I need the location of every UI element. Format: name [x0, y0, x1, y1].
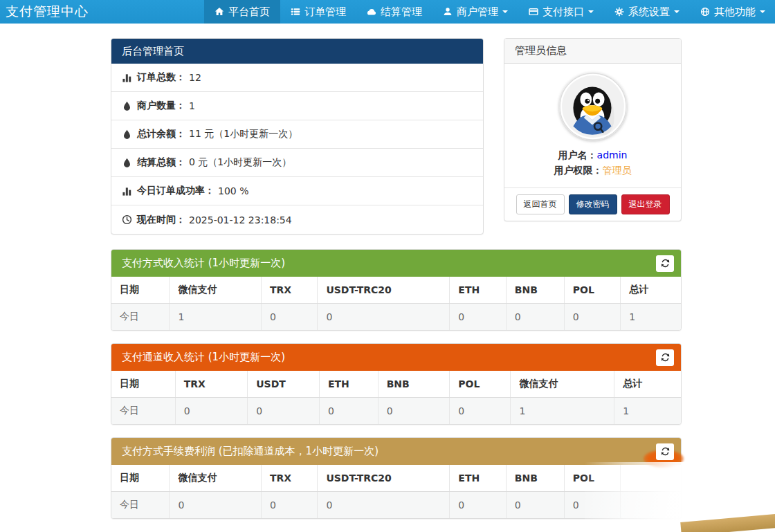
nav-item-label: 结算管理 — [381, 6, 422, 19]
column-header: 微信支付 — [170, 277, 262, 304]
nav-item-settlement[interactable]: 结算管理 — [356, 0, 432, 24]
caret-down-icon — [502, 10, 508, 13]
top-navbar: 支付管理中心 平台首页订单管理结算管理商户管理支付接口系统设置其他功能退出登录 — [0, 0, 775, 24]
gear-icon — [614, 7, 624, 17]
stat-row-today-success-rate: 今日订单成功率：100 % — [111, 177, 483, 205]
refresh-button[interactable] — [656, 443, 674, 460]
nav-item-label: 其他功能 — [714, 6, 756, 19]
table-cell: 0 — [506, 304, 564, 331]
role-line: 用户权限：管理员 — [511, 163, 674, 178]
nav-item-home[interactable]: 平台首页 — [204, 0, 280, 24]
dashboard-panel: 后台管理首页 订单总数：12商户数量：1总计余额：11 元（1小时更新一次）结算… — [111, 38, 484, 235]
stat-row-order-total: 订单总数：12 — [111, 64, 483, 92]
page: 支付管理中心 平台首页订单管理结算管理商户管理支付接口系统设置其他功能退出登录 … — [0, 0, 775, 532]
stat-label: 总计余额： — [137, 128, 185, 140]
column-header: ETH — [450, 465, 506, 492]
nav-item-label: 平台首页 — [228, 6, 270, 19]
column-header: 总计 — [621, 277, 681, 304]
table-cell: 0 — [261, 304, 317, 331]
table-cell: 0 — [170, 492, 262, 519]
column-header: 微信支付 — [511, 371, 614, 398]
column-header: BNB — [506, 465, 564, 492]
column-header: ETH — [450, 277, 506, 304]
role-link[interactable]: 管理员 — [603, 165, 632, 176]
table-cell: 0 — [318, 492, 450, 519]
table-cell: 0 — [450, 304, 506, 331]
column-header: POL — [450, 371, 511, 398]
stat-value: 11 元（1小时更新一次） — [189, 128, 298, 140]
logout-button[interactable]: 退出登录 — [621, 194, 670, 214]
nav-item-label: 系统设置 — [628, 6, 670, 19]
caret-down-icon — [760, 10, 765, 13]
table-cell: 0 — [564, 304, 620, 331]
bar-chart-icon — [122, 73, 132, 83]
nav-item-label: 订单管理 — [304, 6, 346, 19]
table-cell: 1 — [170, 304, 262, 331]
username-link[interactable]: admin — [597, 149, 628, 160]
table-title: 支付方式收入统计 (1小时更新一次) — [122, 257, 285, 270]
column-header: BNB — [506, 277, 564, 304]
droplet-icon — [122, 158, 132, 168]
table-cell: 0 — [318, 304, 450, 331]
column-header: 总计 — [614, 371, 681, 398]
stat-row-current-time: 现在时间：2025-01-12 23:18:54 — [111, 205, 483, 234]
column-header: 日期 — [111, 465, 170, 492]
stat-value: 2025-01-12 23:18:54 — [189, 214, 292, 226]
table-panel-payment-method-income: 支付方式收入统计 (1小时更新一次)日期微信支付TRXUSDT-TRC20ETH… — [111, 249, 682, 331]
table-cell: 0 — [506, 492, 564, 519]
nav-item-merchants[interactable]: 商户管理 — [432, 0, 518, 24]
nav-item-system-settings[interactable]: 系统设置 — [604, 0, 690, 24]
table-row: 今日0000011 — [111, 398, 681, 425]
list-icon — [291, 7, 300, 17]
username-line: 用户名：admin — [511, 147, 674, 163]
stat-label: 现在时间： — [137, 214, 185, 226]
refresh-icon — [661, 353, 670, 362]
nav-item-payment-api[interactable]: 支付接口 — [518, 0, 604, 24]
table-cell: 今日 — [111, 398, 175, 425]
table-cell: 1 — [511, 398, 614, 425]
admin-info-panel: 管理员信息 — [504, 38, 682, 221]
table-cell: 1 — [614, 398, 681, 425]
stat-value: 12 — [189, 72, 201, 83]
change-password-button[interactable]: 修改密码 — [569, 194, 617, 214]
stat-row-merchant-count: 商户数量：1 — [111, 92, 483, 120]
table-title: 支付通道收入统计 (1小时更新一次) — [122, 351, 285, 364]
username-label: 用户名： — [558, 149, 597, 160]
stat-value: 1 — [189, 100, 195, 111]
refresh-button[interactable] — [656, 255, 674, 272]
table-row: 今日1000001 — [111, 304, 681, 331]
caret-down-icon — [588, 10, 594, 13]
nav-item-orders[interactable]: 订单管理 — [280, 0, 356, 24]
dashboard-panel-title: 后台管理首页 — [111, 39, 483, 64]
table-cell: 0 — [450, 398, 511, 425]
column-header: ETH — [319, 371, 378, 398]
data-table: 日期微信支付TRXUSDT-TRC20ETHBNBPOL总计今日1000001 — [111, 277, 681, 330]
app-title: 支付管理中心 — [6, 0, 89, 24]
column-header: 日期 — [111, 277, 170, 304]
stat-row-total-balance: 总计余额：11 元（1小时更新一次） — [111, 120, 483, 149]
column-header: POL — [564, 277, 620, 304]
admin-panel-title: 管理员信息 — [504, 39, 681, 64]
table-cell: 0 — [378, 398, 450, 425]
nav-item-other-functions[interactable]: 其他功能 — [690, 0, 775, 24]
table-cell: 0 — [175, 398, 248, 425]
table-cell: 今日 — [111, 492, 170, 519]
stat-row-settlement-total: 结算总额：0 元（1小时更新一次） — [111, 149, 483, 177]
refresh-button[interactable] — [656, 349, 674, 366]
table-cell: 今日 — [111, 304, 170, 331]
table-panel-payment-channel-income: 支付通道收入统计 (1小时更新一次)日期TRXUSDTETHBNBPOL微信支付… — [111, 343, 682, 425]
table-heading: 支付通道收入统计 (1小时更新一次) — [111, 344, 681, 371]
cloud-icon — [367, 7, 376, 17]
column-header: TRX — [261, 465, 317, 492]
back-home-button[interactable]: 返回首页 — [516, 194, 565, 214]
nav-item-label: 支付接口 — [542, 6, 584, 19]
column-header: BNB — [378, 371, 450, 398]
droplet-icon — [122, 129, 132, 140]
stat-value: 100 % — [218, 185, 248, 196]
stat-label: 结算总额： — [137, 156, 185, 169]
column-header: USDT-TRC20 — [318, 465, 450, 492]
refresh-icon — [661, 447, 670, 456]
column-header: USDT — [248, 371, 320, 398]
table-title: 支付方式手续费利润 (已扣除通道成本，1小时更新一次) — [122, 445, 379, 458]
column-header: 日期 — [111, 371, 175, 398]
